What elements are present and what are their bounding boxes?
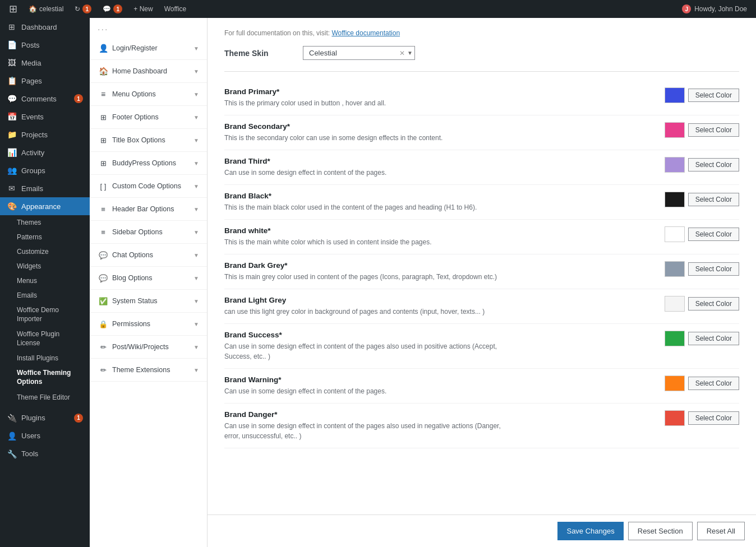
menu-item-media[interactable]: 🖼 Media [0, 54, 90, 72]
color-row: Brand Dark Grey* This is main grey color… [224, 254, 739, 289]
nav-system-status[interactable]: ✅ System Status ▼ [90, 290, 207, 313]
color-info-4: Brand white* This is the main white colo… [224, 226, 505, 247]
color-row: Brand Light Grey can use this light grey… [224, 289, 739, 324]
menu-label-emails: Emails [21, 184, 43, 193]
color-swatch-3[interactable] [665, 192, 685, 207]
nav-sidebar-options[interactable]: ≡ Sidebar Options ▼ [90, 221, 207, 244]
submenu-theme-editor[interactable]: Theme File Editor [0, 390, 90, 405]
user-menu[interactable]: J Howdy, John Doe [677, 4, 752, 13]
color-info-1: Brand Secondary* This is the secondary c… [224, 122, 505, 143]
menu-item-plugins[interactable]: 🔌 Plugins 1 [0, 409, 90, 427]
select-color-btn-5[interactable]: Select Color [688, 262, 739, 276]
menu-label-appearance: Appearance [21, 202, 61, 211]
menu-item-users[interactable]: 👤 Users [0, 427, 90, 445]
nav-header-bar-options[interactable]: ≡ Header Bar Options ▼ [90, 198, 207, 221]
color-swatch-9[interactable] [665, 410, 685, 426]
submenu-widgets[interactable]: Widgets [0, 259, 90, 274]
nav-menu-options[interactable]: ≡ Menu Options ▼ [90, 83, 207, 106]
nav-permissions[interactable]: 🔒 Permissions ▼ [90, 313, 207, 336]
nav-theme-extensions[interactable]: ✏ Theme Extensions ▼ [90, 359, 207, 382]
site-name-button[interactable]: 🏠 celestial [24, 0, 68, 18]
menu-item-projects[interactable]: 📁 Projects [0, 126, 90, 143]
menu-item-tools[interactable]: 🔧 Tools [0, 445, 90, 463]
color-desc-9: Can use in some design effect in content… [224, 421, 505, 441]
submenu-install-plugins[interactable]: Install Plugins [0, 351, 90, 365]
select-color-btn-8[interactable]: Select Color [688, 377, 739, 390]
select-color-btn-3[interactable]: Select Color [688, 193, 739, 206]
color-swatch-1[interactable] [665, 122, 685, 138]
wp-logo-button[interactable]: ⊞ [4, 0, 22, 18]
nav-login-register[interactable]: 👤 Login/Register ▼ [90, 37, 207, 60]
color-control-8: Select Color [665, 376, 739, 391]
color-row: Brand Warning* Can use in some design ef… [224, 369, 739, 404]
submenu-customize[interactable]: Customize [0, 244, 90, 259]
nav-chat-options[interactable]: 💬 Chat Options ▼ [90, 244, 207, 267]
nav-label-theme-extensions: Theme Extensions [112, 366, 190, 374]
select-color-btn-0[interactable]: Select Color [688, 89, 739, 102]
select-clear-icon[interactable]: ✕ [399, 49, 405, 57]
new-content-button[interactable]: + New [129, 0, 157, 18]
select-color-btn-2[interactable]: Select Color [688, 158, 739, 171]
color-swatch-8[interactable] [665, 376, 685, 391]
color-control-3: Select Color [665, 192, 739, 207]
nav-blog-options[interactable]: 💬 Blog Options ▼ [90, 267, 207, 290]
menu-item-dashboard[interactable]: ⊞ Dashboard [0, 18, 90, 36]
reset-all-button[interactable]: Reset All [697, 522, 745, 540]
select-color-btn-7[interactable]: Select Color [688, 332, 739, 345]
menu-label-events: Events [21, 113, 44, 121]
color-swatch-2[interactable] [665, 157, 685, 173]
menu-item-events[interactable]: 📅 Events [0, 108, 90, 126]
select-color-btn-6[interactable]: Select Color [688, 297, 739, 310]
nav-custom-code-options[interactable]: [ ] Custom Code Options ▼ [90, 175, 207, 198]
color-row: Brand Third* Can use in some design effe… [224, 150, 739, 185]
menu-item-groups[interactable]: 👥 Groups [0, 161, 90, 179]
woffice-doc-link[interactable]: Woffice documentation [331, 29, 400, 37]
nav-post-wiki-projects[interactable]: ✏ Post/Wiki/Projects ▼ [90, 336, 207, 359]
blog-icon: 💬 [98, 272, 109, 284]
submenu-demo-importer[interactable]: Woffice Demo Importer [0, 303, 90, 327]
nav-footer-options[interactable]: ⊞ Footer Options ▼ [90, 106, 207, 129]
save-changes-button[interactable]: Save Changes [557, 522, 623, 540]
woffice-button[interactable]: Woffice [160, 0, 191, 18]
menu-item-posts[interactable]: 📄 Posts [0, 36, 90, 54]
menu-item-activity[interactable]: 📊 Activity [0, 143, 90, 161]
posts-icon: 📄 [7, 40, 17, 49]
nav-title-box-options[interactable]: ⊞ Title Box Options ▼ [90, 129, 207, 152]
color-swatch-6[interactable] [665, 296, 685, 312]
color-swatch-0[interactable] [665, 87, 685, 103]
color-swatch-7[interactable] [665, 331, 685, 346]
color-name-5: Brand Dark Grey* [224, 261, 505, 270]
avatar: J [682, 4, 691, 13]
select-color-btn-4[interactable]: Select Color [688, 228, 739, 241]
submenu-themes[interactable]: Themes [0, 215, 90, 230]
select-color-btn-9[interactable]: Select Color [688, 411, 739, 425]
refresh-icon: ↻ [75, 5, 80, 13]
reset-section-button[interactable]: Reset Section [628, 522, 693, 540]
submenu-plugin-license[interactable]: Woffice Plugin License [0, 327, 90, 351]
nav-buddypress-options[interactable]: ⊞ BuddyPress Options ▼ [90, 152, 207, 175]
menu-item-comments[interactable]: 💬 Comments 1 [0, 90, 90, 108]
nav-home-dashboard[interactable]: 🏠 Home Dashboard ▼ [90, 60, 207, 83]
select-color-btn-1[interactable]: Select Color [688, 123, 739, 137]
submenu-theming-options[interactable]: Woffice Theming Options [0, 365, 90, 390]
updates-button[interactable]: ↻ 1 [70, 0, 96, 18]
color-control-2: Select Color [665, 157, 739, 173]
comments-badge: 1 [74, 94, 83, 103]
color-swatch-4[interactable] [665, 226, 685, 242]
comments-icon: 💬 [7, 94, 17, 103]
submenu-emails[interactable]: Emails [0, 288, 90, 303]
menu-item-pages[interactable]: 📋 Pages [0, 72, 90, 90]
submenu-menus[interactable]: Menus [0, 274, 90, 288]
menu-item-appearance[interactable]: 🎨 Appearance [0, 197, 90, 215]
theme-skin-select[interactable]: Celestial [303, 46, 415, 60]
main-content: For full documentation on this, visit: W… [208, 18, 756, 547]
theme-skin-select-wrapper: Celestial ✕ ▼ [303, 46, 415, 60]
color-desc-3: This is the main black color used in the… [224, 202, 505, 212]
color-desc-2: Can use in some design effect in content… [224, 168, 505, 178]
chevron-icon-11: ▼ [193, 275, 199, 281]
color-swatch-5[interactable] [665, 261, 685, 277]
submenu-patterns[interactable]: Patterns [0, 230, 90, 244]
comments-button[interactable]: 💬 1 [98, 0, 127, 18]
menu-item-emails[interactable]: ✉ Emails [0, 179, 90, 197]
media-icon: 🖼 [7, 58, 17, 67]
